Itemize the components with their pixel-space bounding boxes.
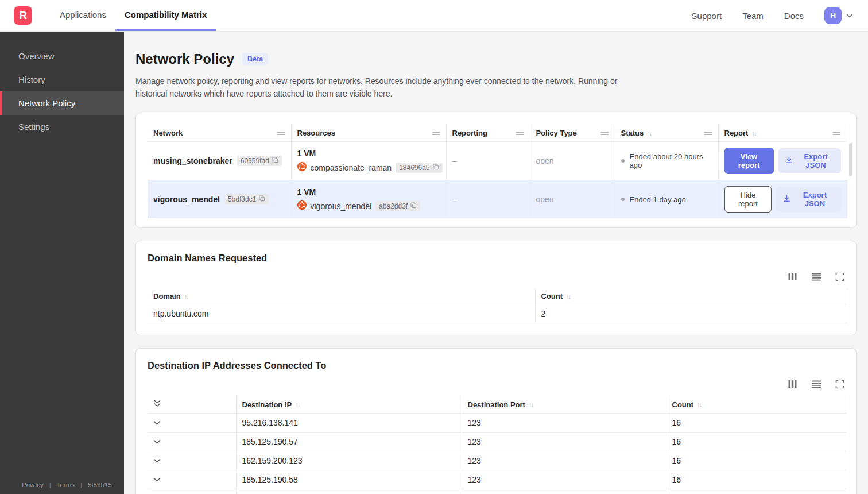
chevron-down-icon[interactable] [845,11,854,20]
copy-icon[interactable] [259,195,265,203]
col-label: Destination IP [242,400,292,409]
destination-row[interactable]: 185.125.190.57 123 16 [148,433,847,451]
col-header-network[interactable]: Network [148,125,291,142]
fullscreen-icon[interactable] [835,380,844,389]
column-resize-handle-icon[interactable] [432,131,440,136]
vm-id-badge[interactable]: aba2dd3f [375,201,420,211]
rows-density-icon[interactable] [811,380,822,389]
col-label: Reporting [452,129,487,137]
network-id-badge[interactable]: 60959fad [237,156,282,166]
sort-icon[interactable]: ↑↓ [184,293,188,300]
vm-id-badge[interactable]: 184696a5 [396,163,442,173]
col-header-count[interactable]: Count ↑↓ [666,396,847,414]
network-name: vigorous_mendel [153,195,220,204]
sort-icon[interactable]: ↑↓ [647,130,651,137]
team-link[interactable]: Team [742,11,764,21]
copy-icon[interactable] [272,157,278,165]
col-header-domain[interactable]: Domain ↑↓ [148,288,535,304]
table-toolbar [148,379,844,389]
sidebar-item-network-policy[interactable]: Network Policy [0,91,124,115]
card-title: Destination IP Addresses Connected To [148,360,844,371]
sort-icon[interactable]: ↑↓ [566,293,570,300]
docs-link[interactable]: Docs [784,11,804,21]
networks-card: Network Resources Reporting Policy Type … [135,113,857,228]
domain-row[interactable]: ntp.ubuntu.com 2 [148,304,847,323]
count-value: 16 [666,414,847,433]
ubuntu-logo-icon [297,200,307,211]
col-header-destination-ip[interactable]: Destination IP ↑↓ [236,396,462,414]
rows-density-icon[interactable] [811,272,822,281]
chevron-down-icon[interactable] [153,420,161,426]
col-header-count[interactable]: Count ↑↓ [535,288,847,304]
fullscreen-icon[interactable] [835,272,844,281]
status-text: Ended about 20 hours ago [630,152,712,169]
support-link[interactable]: Support [692,11,722,21]
count-value: 16 [666,489,847,494]
user-menu[interactable]: H [824,7,854,24]
columns-icon[interactable] [788,379,797,389]
download-icon [785,156,793,166]
sidebar-item-history[interactable]: History [0,68,124,91]
beta-badge: Beta [242,53,268,65]
sort-icon[interactable]: ↑↓ [295,401,299,408]
tab-compatibility-matrix[interactable]: Compatibility Matrix [115,0,216,31]
avatar[interactable]: H [824,7,842,24]
primary-tabs: Applications Compatibility Matrix [51,0,216,31]
view-report-button[interactable]: View report [724,148,774,174]
count-value: 2 [535,304,847,323]
col-header-expand[interactable] [148,396,236,414]
column-resize-handle-icon[interactable] [277,131,285,136]
chevron-down-icon[interactable] [153,439,161,445]
page-title: Network Policy [135,51,234,67]
resource-count: 1 VM [297,149,440,158]
destination-row[interactable]: 95.216.100.21 123 16 [148,489,847,494]
col-header-destination-port[interactable]: Destination Port ↑↓ [462,396,666,414]
tab-applications[interactable]: Applications [51,0,115,31]
app-logo-icon[interactable]: R [14,6,32,25]
copy-icon[interactable] [410,202,417,210]
destination-port-value: 123 [462,470,666,489]
network-id: 60959fad [241,157,269,165]
sort-icon[interactable]: ↑↓ [529,401,533,408]
hide-report-button[interactable]: Hide report [724,186,772,213]
export-json-button[interactable]: Export JSON [778,148,841,173]
network-row[interactable]: vigorous_mendel 5bdf3dc1 1 VM vigorous_m… [148,180,847,219]
column-resize-handle-icon[interactable] [516,131,524,136]
network-row[interactable]: musing_stonebraker 60959fad 1 VM compass… [148,142,847,180]
col-header-resources[interactable]: Resources [291,125,446,142]
privacy-link[interactable]: Privacy [22,481,44,488]
sort-icon[interactable]: ↑↓ [751,130,755,137]
col-header-report[interactable]: Report ↑↓ [718,125,847,142]
sidebar-item-settings[interactable]: Settings [0,115,124,138]
network-id-badge[interactable]: 5bdf3dc1 [224,194,269,204]
chevron-down-icon[interactable] [153,477,161,483]
col-header-policy-type[interactable]: Policy Type [530,125,615,142]
resource-count: 1 VM [297,187,440,196]
terms-link[interactable]: Terms [57,481,75,488]
column-resize-handle-icon[interactable] [704,131,712,136]
destination-row[interactable]: 95.216.138.141 123 16 [148,414,847,433]
column-resize-handle-icon[interactable] [832,131,841,136]
vm-name: compassionate_raman [311,163,392,172]
col-label: Report [724,129,749,137]
vertical-scrollbar[interactable] [849,143,852,176]
column-resize-handle-icon[interactable] [600,131,609,136]
status-dot [621,198,625,201]
destination-row[interactable]: 162.159.200.123 123 16 [148,451,847,470]
chevron-down-icon[interactable] [153,458,161,464]
expand-all-icon[interactable] [153,399,161,408]
sidebar: Overview History Network Policy Settings… [0,32,124,494]
col-header-reporting[interactable]: Reporting [446,125,530,142]
destination-port-value: 123 [462,433,666,451]
sort-icon[interactable]: ↑↓ [697,401,701,408]
destination-ip-value: 95.216.100.21 [236,489,462,494]
sidebar-item-overview[interactable]: Overview [0,44,124,68]
destination-row[interactable]: 185.125.190.58 123 16 [148,470,847,489]
top-navigation: R Applications Compatibility Matrix Supp… [0,0,868,32]
export-json-button[interactable]: Export JSON [776,187,840,212]
columns-icon[interactable] [788,272,797,281]
col-header-status[interactable]: Status ↑↓ [615,125,718,142]
destination-ip-value: 185.125.190.57 [236,433,462,451]
copy-icon[interactable] [433,164,439,172]
count-value: 16 [666,433,847,451]
